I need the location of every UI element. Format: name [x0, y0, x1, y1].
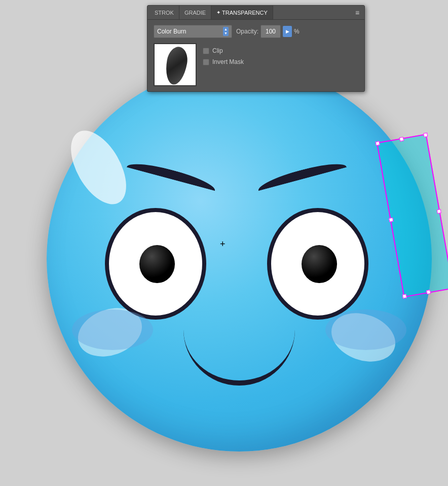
transparency-panel: STROK GRADIE ✦ TRANSPARENCY ≡ Color Burn… — [147, 5, 365, 92]
mask-thumb-inner — [155, 44, 196, 85]
highlight-left — [60, 121, 138, 213]
panel-menu-button[interactable]: ≡ — [352, 8, 362, 18]
clip-label: Clip — [212, 47, 223, 54]
panel-body: Color Burn ▲ ▼ Opacity: ▶ % — [147, 20, 364, 91]
opacity-input[interactable] — [260, 25, 281, 38]
pupil-left — [139, 245, 175, 283]
iris-right — [284, 227, 355, 303]
pupil-right — [302, 245, 337, 283]
handle-mr[interactable] — [437, 209, 441, 214]
eye-shine-right-2 — [340, 283, 350, 293]
handle-bl[interactable] — [402, 294, 407, 298]
clip-checkbox[interactable] — [203, 48, 209, 54]
mouth — [183, 325, 295, 386]
play-icon: ▶ — [286, 29, 289, 34]
emoji-face — [47, 66, 432, 452]
menu-icon: ≡ — [355, 9, 359, 17]
eye-shine-right-1 — [291, 232, 307, 248]
panel-tabs: STROK GRADIE ✦ TRANSPARENCY — [150, 6, 273, 19]
panel-header: STROK GRADIE ✦ TRANSPARENCY ≡ — [147, 6, 364, 20]
invert-mask-label: Invert Mask — [212, 58, 244, 65]
mask-thumbnail[interactable] — [154, 43, 197, 86]
eye-shine-left-2 — [177, 283, 188, 293]
invert-mask-checkbox[interactable] — [203, 59, 209, 65]
handle-tm[interactable] — [399, 137, 404, 142]
mask-shape — [163, 45, 190, 86]
opacity-group: Opacity: ▶ % — [236, 25, 300, 38]
blend-opacity-row: Color Burn ▲ ▼ Opacity: ▶ % — [154, 25, 358, 38]
invert-mask-option[interactable]: Invert Mask — [203, 58, 244, 65]
handle-tr[interactable] — [423, 132, 428, 137]
blend-mode-dropdown[interactable]: Color Burn ▲ ▼ — [154, 25, 232, 38]
tab-gradient[interactable]: GRADIE — [179, 6, 211, 19]
eye-shine-left-1 — [129, 232, 144, 248]
iris-left — [122, 227, 193, 303]
clip-option[interactable]: Clip — [203, 47, 244, 54]
eyebrow-right — [256, 158, 349, 199]
handle-bm[interactable] — [426, 290, 431, 294]
opacity-label: Opacity: — [236, 28, 258, 35]
transparency-icon: ✦ — [216, 10, 220, 15]
tab-transparency[interactable]: ✦ TRANSPARENCY — [211, 6, 273, 19]
eye-right — [267, 208, 368, 320]
mask-options: Clip Invert Mask — [203, 43, 244, 65]
blend-up-arrow[interactable]: ▲ — [224, 27, 228, 31]
opacity-percent: % — [294, 28, 300, 35]
cheek-left — [72, 309, 153, 350]
eye-left — [105, 208, 206, 320]
blend-mode-stepper[interactable]: ▲ ▼ — [223, 27, 229, 36]
blend-mode-value: Color Burn — [157, 28, 221, 35]
handle-ml[interactable] — [389, 218, 393, 222]
mask-row: Clip Invert Mask — [154, 43, 358, 86]
handle-tl[interactable] — [376, 141, 380, 146]
emoji-container — [21, 41, 427, 467]
eyebrow-left — [125, 158, 217, 199]
opacity-play-button[interactable]: ▶ — [283, 26, 292, 37]
cheek-right — [325, 309, 406, 350]
blend-down-arrow[interactable]: ▼ — [224, 31, 228, 36]
crosshair-cursor: + — [220, 239, 228, 247]
tab-stroke[interactable]: STROK — [150, 6, 179, 19]
